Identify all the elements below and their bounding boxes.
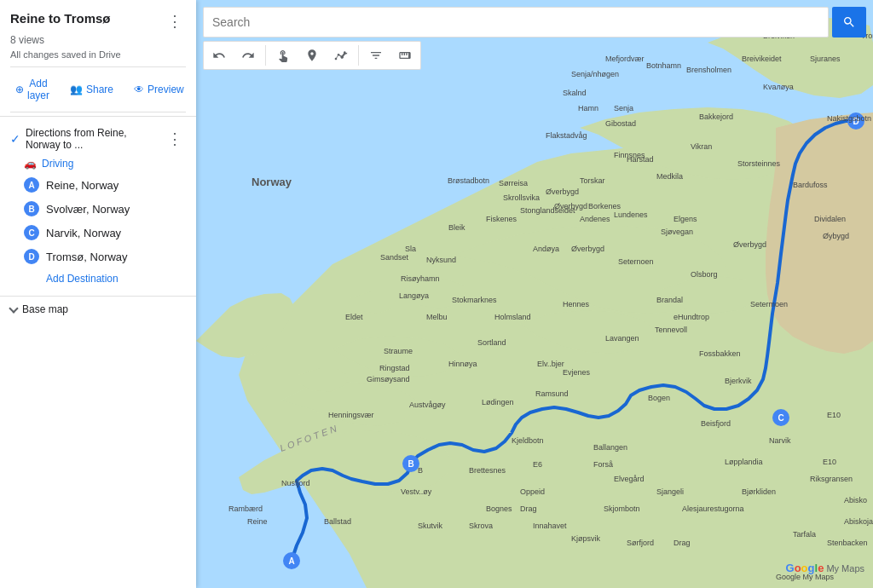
map-toolbar: [203, 7, 866, 70]
svg-text:Bleik: Bleik: [448, 223, 465, 232]
waypoint-c-marker: C: [24, 225, 39, 240]
svg-text:Alesjaurestugorna: Alesjaurestugorna: [682, 504, 744, 513]
svg-text:Gibostad: Gibostad: [605, 119, 636, 128]
waypoint-c-label: Narvik, Norway: [46, 227, 121, 239]
svg-text:Skalnd: Skalnd: [563, 89, 587, 97]
add-layer-button[interactable]: ⊕ Add layer: [10, 74, 55, 105]
share-label: Share: [86, 84, 113, 95]
waypoint-a-marker: A: [24, 177, 39, 193]
svg-text:E10: E10: [827, 411, 841, 419]
svg-text:Sjangeli: Sjangeli: [656, 487, 684, 496]
search-icon: [842, 15, 856, 29]
svg-text:Nusfjord: Nusfjord: [281, 479, 310, 487]
svg-text:Gimsøysand: Gimsøysand: [367, 375, 410, 383]
waypoint-d-label: Tromsø, Norway: [46, 251, 128, 263]
measure-icon: [398, 49, 412, 62]
waypoint-d-marker: D: [24, 249, 39, 264]
svg-text:Løpplandia: Løpplandia: [725, 458, 763, 466]
svg-text:Drag: Drag: [520, 504, 537, 513]
svg-text:Stokmarknes: Stokmarknes: [452, 296, 497, 304]
svg-text:Straume: Straume: [384, 347, 413, 355]
directions-title: Directions from Reine, Norway to ...: [26, 127, 164, 151]
measure-button[interactable]: [391, 43, 419, 67]
svg-text:Fiskenes: Fiskenes: [486, 215, 517, 223]
svg-text:Sjøvegan: Sjøvegan: [661, 228, 693, 236]
directions-more-icon[interactable]: ⋮: [164, 128, 186, 150]
directions-checkbox[interactable]: ✓: [10, 132, 20, 146]
svg-text:Sandset: Sandset: [380, 253, 409, 262]
redo-icon: [241, 49, 255, 62]
svg-text:Rambærd: Rambærd: [228, 504, 263, 513]
svg-text:Beisfjord: Beisfjord: [701, 419, 731, 428]
hand-tool-button[interactable]: [269, 43, 297, 67]
svg-text:Henningsvær: Henningsvær: [328, 411, 374, 419]
google-logo: Google: [786, 562, 824, 574]
svg-text:Stonglandseidet: Stonglandseidet: [520, 206, 575, 215]
more-options-icon[interactable]: ⋮: [164, 10, 186, 32]
svg-text:Brøstadbotn: Brøstadbotn: [448, 176, 489, 185]
draw-line-button[interactable]: [327, 43, 355, 67]
undo-button[interactable]: [205, 43, 233, 67]
map-area[interactable]: A B C D Norway L O F O T E N Tromsø Kvал…: [196, 0, 873, 588]
svg-text:Øverbygd: Øverbygd: [571, 245, 604, 253]
svg-text:B: B: [408, 459, 413, 469]
tool-separator-1: [265, 45, 266, 66]
search-button[interactable]: [832, 7, 866, 37]
tool-separator-2: [358, 45, 359, 66]
svg-text:Øybygd: Øybygd: [823, 232, 849, 240]
svg-text:Sla: Sla: [405, 245, 416, 253]
svg-text:Abiskojaurestugorna: Abiskojaurestugorna: [844, 517, 873, 526]
svg-text:Sortland: Sortland: [477, 338, 506, 347]
svg-text:Ballangen: Ballangen: [593, 443, 627, 452]
preview-icon: 👁: [134, 84, 144, 95]
svg-text:Nyksund: Nyksund: [426, 256, 456, 264]
svg-text:Kjeldbotn: Kjeldbotn: [512, 436, 544, 445]
svg-text:Risøyhamn: Risøyhamn: [401, 274, 440, 283]
svg-text:E6: E6: [533, 460, 542, 469]
svg-text:Abisko: Abisko: [844, 496, 867, 504]
waypoint-d: D Tromsø, Norway: [0, 245, 196, 268]
add-destination-button[interactable]: Add Destination: [0, 268, 196, 289]
map-title: Reine to Tromsø: [10, 10, 111, 27]
svg-text:Torskar: Torskar: [580, 176, 605, 185]
base-map-header[interactable]: Base map: [10, 303, 186, 315]
search-row: [203, 7, 866, 37]
svg-text:eHundtrop: eHundtrop: [674, 313, 709, 321]
waypoint-c: C Narvik, Norway: [0, 221, 196, 245]
svg-text:Oppeid: Oppeid: [520, 487, 545, 496]
svg-text:E10: E10: [823, 458, 836, 466]
preview-button[interactable]: 👁 Preview: [129, 74, 189, 105]
svg-text:Riksgransen: Riksgransen: [810, 475, 853, 483]
svg-text:Flakstadvåg: Flakstadvåg: [546, 131, 587, 140]
svg-text:Hennes: Hennes: [563, 300, 590, 308]
svg-text:Bogen: Bogen: [648, 394, 670, 402]
sidebar: Reine to Tromsø ⋮ 8 views All changes sa…: [0, 0, 196, 588]
share-icon: 👥: [70, 84, 83, 95]
svg-text:Bjerkvik: Bjerkvik: [725, 377, 752, 385]
share-button[interactable]: 👥 Share: [65, 74, 119, 105]
undo-icon: [212, 49, 226, 62]
svg-text:Brandal: Brandal: [656, 296, 683, 304]
sidebar-actions: ⊕ Add layer 👥 Share 👁 Preview: [10, 66, 186, 112]
svg-text:Medkila: Medkila: [656, 172, 683, 181]
app-container: Reine to Tromsø ⋮ 8 views All changes sa…: [0, 0, 873, 588]
marker-tool-button[interactable]: [298, 43, 326, 67]
filter-button[interactable]: [362, 43, 390, 67]
redo-button[interactable]: [234, 43, 262, 67]
svg-text:Forså: Forså: [593, 460, 613, 469]
svg-text:Lundenes: Lundenes: [614, 210, 648, 219]
sidebar-header: Reine to Tromsø ⋮ 8 views All changes sa…: [0, 0, 196, 117]
svg-text:Drag: Drag: [674, 539, 691, 547]
waypoint-b-marker: B: [24, 201, 39, 216]
svg-text:Harstad: Harstad: [627, 155, 654, 164]
directions-section: ✓ Directions from Reine, Norway to ... ⋮…: [0, 117, 196, 297]
search-input[interactable]: [203, 7, 829, 37]
svg-text:Nakistgsbotn: Nakistgsbotn: [827, 114, 871, 123]
svg-text:Hinnøya: Hinnøya: [448, 360, 477, 368]
svg-text:Kvалøya: Kvалøya: [763, 83, 794, 91]
waypoint-a: A Reine, Norway: [0, 173, 196, 197]
add-layer-label: Add layer: [27, 78, 49, 101]
svg-text:Dividalen: Dividalen: [814, 215, 846, 223]
base-map-label: Base map: [22, 303, 68, 315]
svg-text:Narvik: Narvik: [769, 436, 791, 445]
